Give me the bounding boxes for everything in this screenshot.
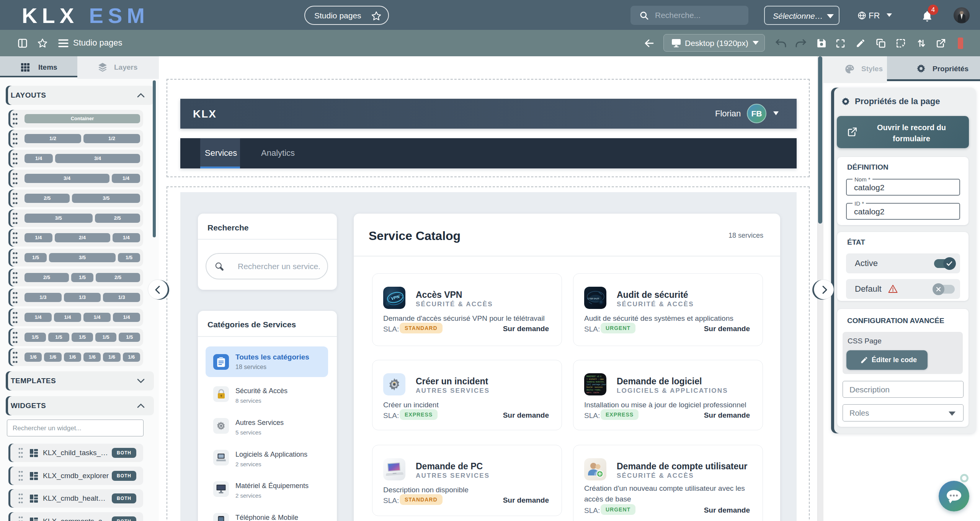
svg-text:build: success: build: success	[586, 386, 603, 389]
svg-text:CY3ER SHLFF: CY3ER SHLFF	[588, 298, 599, 300]
svg-text:loading modules…: loading modules…	[586, 381, 605, 383]
svg-text:> install --app: > install --app	[586, 378, 604, 381]
svg-text:deploy ready_: deploy ready_	[586, 389, 602, 391]
svg-text:warn: cache: warn: cache	[586, 392, 599, 394]
svg-text:[ok] package.json: [ok] package.json	[586, 384, 606, 386]
svg-text:MANIFEST v2.1: MANIFEST v2.1	[586, 376, 601, 378]
